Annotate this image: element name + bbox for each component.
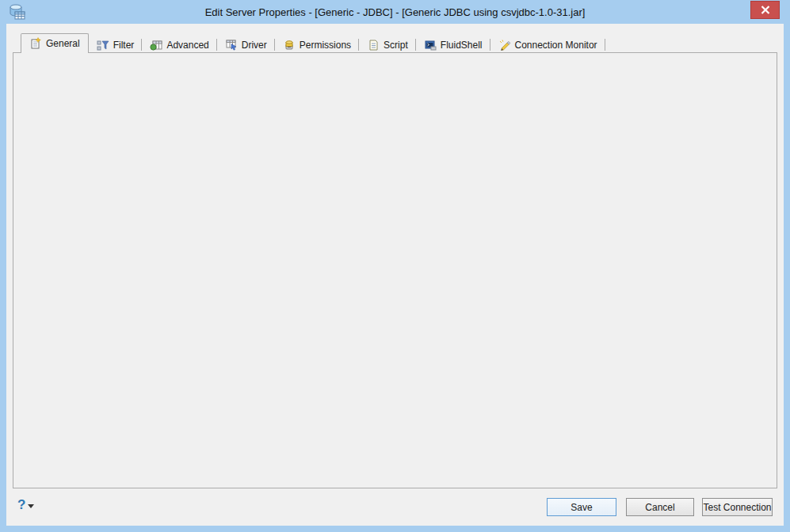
tab-script[interactable]: Script bbox=[359, 36, 416, 53]
database-app-icon bbox=[7, 2, 26, 21]
general-tab-panel bbox=[13, 52, 777, 488]
tab-label: Permissions bbox=[300, 40, 351, 51]
tab-connection-monitor[interactable]: Connection Monitor bbox=[490, 36, 605, 53]
tab-label: Script bbox=[384, 40, 408, 51]
filter-icon bbox=[97, 39, 109, 51]
tab-bar: General Filter Advanced Driver bbox=[21, 34, 605, 53]
tab-label: Advanced bbox=[166, 40, 208, 51]
edit-server-properties-dialog: Edit Server Properties - [Generic - JDBC… bbox=[0, 0, 790, 532]
close-icon bbox=[761, 3, 770, 17]
permissions-icon bbox=[283, 39, 296, 51]
fluidshell-icon bbox=[424, 39, 437, 51]
driver-icon bbox=[225, 39, 238, 51]
help-dropdown-arrow-icon bbox=[28, 504, 34, 508]
tab-advanced[interactable]: Advanced bbox=[142, 36, 216, 53]
help-icon: ? bbox=[17, 497, 25, 513]
close-button[interactable] bbox=[750, 1, 780, 19]
tab-label: Connection Monitor bbox=[515, 40, 597, 51]
tab-general[interactable]: General bbox=[21, 33, 89, 53]
tab-driver[interactable]: Driver bbox=[217, 36, 275, 53]
tab-permissions[interactable]: Permissions bbox=[275, 36, 359, 53]
title-bar[interactable]: Edit Server Properties - [Generic - JDBC… bbox=[0, 0, 790, 24]
help-menu[interactable]: ? bbox=[17, 497, 34, 513]
tab-fluidshell[interactable]: FluidShell bbox=[416, 36, 490, 53]
tab-filter[interactable]: Filter bbox=[89, 36, 143, 53]
test-connection-button[interactable]: Test Connection bbox=[702, 498, 773, 516]
tab-label: Driver bbox=[242, 40, 267, 51]
general-icon bbox=[29, 37, 42, 50]
dialog-body: General Filter Advanced Driver bbox=[6, 24, 784, 526]
save-button[interactable]: Save bbox=[547, 498, 616, 516]
connection-monitor-icon bbox=[498, 39, 511, 51]
tab-label: FluidShell bbox=[441, 40, 483, 51]
window-title: Edit Server Properties - [Generic - JDBC… bbox=[48, 0, 742, 24]
script-icon bbox=[367, 39, 380, 51]
tab-label: Filter bbox=[113, 40, 135, 51]
tab-label: General bbox=[46, 38, 80, 49]
advanced-icon bbox=[150, 39, 162, 51]
cancel-button[interactable]: Cancel bbox=[626, 498, 694, 516]
